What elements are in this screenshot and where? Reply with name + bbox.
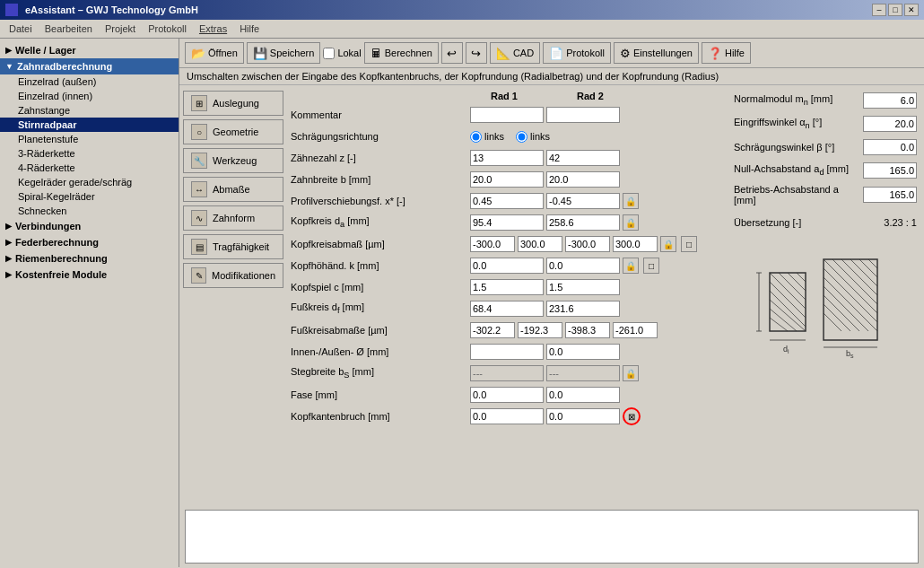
profil-rad1-input[interactable] bbox=[470, 193, 544, 209]
right-panel: Normalmodul mn [mm] Eingriffswinkel αn [… bbox=[727, 85, 924, 506]
sidebar-riemenberechnung[interactable]: ▶ Riemenberechnung bbox=[0, 250, 179, 267]
redo-button[interactable]: ↪ bbox=[466, 42, 487, 64]
menu-protokoll[interactable]: Protokoll bbox=[143, 22, 192, 36]
maximize-button[interactable]: □ bbox=[888, 4, 902, 16]
geometrie-button[interactable]: ○ Geometrie bbox=[183, 119, 283, 144]
schragung-rad2-links[interactable]: links bbox=[516, 131, 550, 143]
profil-icon-btn[interactable]: 🔒 bbox=[623, 193, 639, 209]
sidebar-item-einzelrad-aussen[interactable]: Einzelrad (außen) bbox=[0, 74, 179, 89]
local-checkbox[interactable] bbox=[323, 48, 335, 59]
menu-extras[interactable]: Extras bbox=[194, 22, 232, 36]
open-button[interactable]: 📂 Öffnen bbox=[185, 42, 244, 64]
tragfahigkeit-button[interactable]: ▤ Tragfähigkeit bbox=[183, 234, 283, 259]
local-checkbox-btn[interactable]: Lokal bbox=[323, 48, 361, 59]
zahnezahl-rad1-input[interactable] bbox=[470, 150, 544, 166]
kommentar-rad1-input[interactable] bbox=[470, 107, 544, 123]
kopfkreisabmass-rad2a-input[interactable] bbox=[565, 236, 610, 252]
save-button[interactable]: 💾 Speichern bbox=[247, 42, 321, 64]
stegbreite-rad2-input[interactable] bbox=[546, 365, 620, 381]
null-achsabstand-input[interactable] bbox=[863, 162, 917, 179]
fase-rad2-input[interactable] bbox=[546, 387, 620, 403]
sidebar-verbindungen[interactable]: ▶ Verbindungen bbox=[0, 218, 179, 234]
zahnform-button[interactable]: ∿ Zahnform bbox=[183, 205, 283, 231]
sidebar-item-4raederkette[interactable]: 4-Räderkette bbox=[0, 161, 179, 175]
profil-rad2-input[interactable] bbox=[546, 193, 620, 209]
normalmodul-label: Normalmodul mn [mm] bbox=[734, 93, 863, 107]
sidebar-item-zahnstange[interactable]: Zahnstange bbox=[0, 103, 179, 118]
kopfkreisabmass-icon-btn[interactable]: 🔒 bbox=[660, 236, 676, 252]
schragungswinkel-input[interactable] bbox=[863, 139, 917, 155]
menu-datei[interactable]: Datei bbox=[4, 22, 38, 36]
auslegung-button[interactable]: ⊞ Auslegung bbox=[183, 91, 283, 116]
fusskreisabmasse-rad1a-input[interactable] bbox=[470, 322, 515, 338]
normalmodul-input[interactable] bbox=[863, 92, 917, 109]
kopfkreisabmass-rad1b-input[interactable] bbox=[518, 236, 562, 252]
kopfkreisabmass-icon2-btn[interactable]: □ bbox=[681, 236, 697, 252]
sidebar-welle-lager[interactable]: ▶ Welle / Lager bbox=[0, 42, 179, 58]
fase-rad1-input[interactable] bbox=[470, 387, 544, 403]
stegbreite-rad1-input[interactable] bbox=[470, 365, 544, 381]
sidebar-item-3raederkette[interactable]: 3-Räderkette bbox=[0, 146, 179, 161]
innen-aussen-rad1-input[interactable] bbox=[470, 344, 544, 360]
calculate-button[interactable]: 🖩 Berechnen bbox=[364, 42, 439, 64]
kopfhoehand-icon-btn[interactable]: 🔒 bbox=[623, 258, 639, 274]
sidebar-item-spiralkegelraeder[interactable]: Spiral-Kegelräder bbox=[0, 189, 179, 204]
sidebar-item-kegelraeder[interactable]: Kegelräder gerade/schräg bbox=[0, 175, 179, 189]
fusskreisabmasse-rad2a-input[interactable] bbox=[565, 322, 610, 338]
help-button[interactable]: ❓ Hilfe bbox=[702, 42, 751, 64]
bottom-text-area[interactable] bbox=[185, 510, 919, 564]
window-controls: – □ ✕ bbox=[872, 4, 919, 16]
menu-projekt[interactable]: Projekt bbox=[100, 22, 141, 36]
innen-aussen-rad2-input[interactable] bbox=[546, 344, 620, 360]
kopfkreisabmass-rad1a-input[interactable] bbox=[470, 236, 515, 252]
cad-button[interactable]: 📐 CAD bbox=[490, 42, 540, 64]
menu-hilfe[interactable]: Hilfe bbox=[234, 22, 265, 36]
sidebar-item-planetenstufe[interactable]: Planetenstufe bbox=[0, 132, 179, 146]
zahnezahl-rad2-input[interactable] bbox=[546, 150, 620, 166]
kopfkreis-rad2-input[interactable] bbox=[546, 214, 620, 231]
kopfkantenbruch-toggle-icon[interactable]: ⊠ bbox=[623, 407, 641, 425]
kopfkreis-icon-btn[interactable]: 🔒 bbox=[623, 214, 639, 231]
modifikationen-button[interactable]: ✎ Modifikationen bbox=[183, 263, 283, 288]
fusskreisabmasse-rad2b-input[interactable] bbox=[613, 322, 658, 338]
kommentar-rad2-input[interactable] bbox=[546, 107, 620, 123]
eingriffswinkel-input[interactable] bbox=[863, 116, 917, 132]
stegbreite-lock-icon[interactable]: 🔒 bbox=[623, 365, 639, 381]
kopfhoehand-icon2-btn[interactable]: □ bbox=[643, 258, 659, 274]
sidebar-federberechnung[interactable]: ▶ Federberechnung bbox=[0, 234, 179, 250]
undo-button[interactable]: ↩ bbox=[441, 42, 463, 64]
kostenfreie-arrow-icon: ▶ bbox=[5, 270, 12, 279]
kopfkantenbruch-rad1-input[interactable] bbox=[470, 408, 544, 424]
kopfspiel-rad2-input[interactable] bbox=[546, 279, 620, 295]
fusskreis-rad1-input[interactable] bbox=[470, 301, 544, 317]
sidebar-kostenfreie[interactable]: ▶ Kostenfreie Module bbox=[0, 267, 179, 283]
sidebar-item-schnecken[interactable]: Schnecken bbox=[0, 204, 179, 218]
abmasse-button[interactable]: ↔ Abmaße bbox=[183, 177, 283, 202]
menu-bearbeiten[interactable]: Bearbeiten bbox=[39, 22, 98, 36]
kopfhoehand-rad1-input[interactable] bbox=[470, 258, 544, 274]
svg-line-19 bbox=[770, 318, 788, 331]
kopfkreisabmass-rad2b-input[interactable] bbox=[613, 236, 658, 252]
fusskreis-rad2-input[interactable] bbox=[546, 301, 620, 317]
welle-arrow-icon: ▶ bbox=[5, 46, 12, 55]
sidebar-item-einzelrad-innen[interactable]: Einzelrad (innen) bbox=[0, 89, 179, 103]
sidebar-item-stirnradpaar[interactable]: Stirnradpaar bbox=[0, 118, 179, 132]
zahnbreite-rad1-input[interactable] bbox=[470, 171, 544, 188]
kopfkantenbruch-rad2-input[interactable] bbox=[546, 408, 620, 424]
close-button[interactable]: ✕ bbox=[904, 4, 919, 16]
settings-button[interactable]: ⚙ Einstellungen bbox=[614, 42, 699, 64]
zahnbreite-rad2-input[interactable] bbox=[546, 171, 620, 188]
minimize-button[interactable]: – bbox=[872, 4, 886, 16]
fusskreisabmasse-row: Fußkreisabmaße [µm] bbox=[291, 320, 723, 340]
window-title: eAssistant – GWJ Technology GmbH bbox=[25, 4, 198, 15]
schragung-rad1-links[interactable]: links bbox=[470, 131, 504, 143]
sidebar-zahnrad-section[interactable]: ▼ Zahnradberechnung bbox=[0, 58, 179, 74]
uebersetzung-value: 3.23 : 1 bbox=[863, 217, 917, 228]
protocol-button[interactable]: 📄 Protokoll bbox=[543, 42, 611, 64]
betriebs-achsabstand-input[interactable] bbox=[863, 187, 917, 203]
kopfkreis-rad1-input[interactable] bbox=[470, 214, 544, 231]
werkzeug-button[interactable]: 🔧 Werkzeug bbox=[183, 148, 283, 173]
kopfspiel-rad1-input[interactable] bbox=[470, 279, 544, 295]
kopfhoehand-rad2-input[interactable] bbox=[546, 258, 620, 274]
fusskreisabmasse-rad1b-input[interactable] bbox=[518, 322, 562, 338]
